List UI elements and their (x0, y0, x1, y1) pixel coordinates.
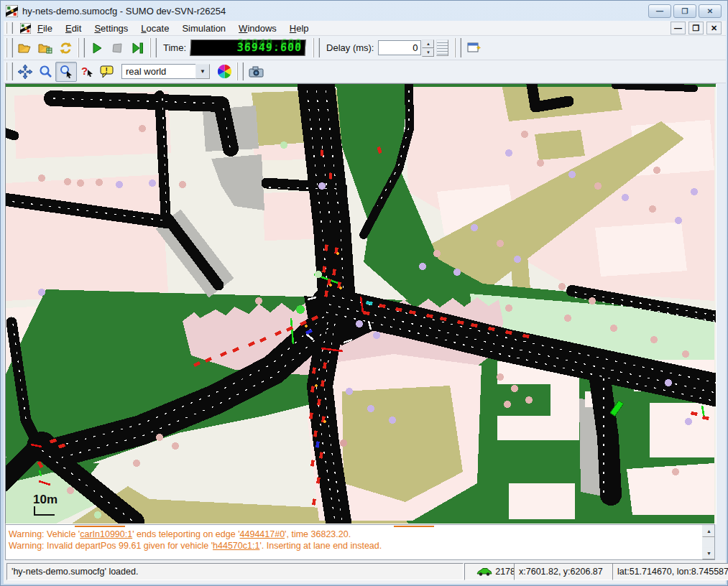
reload-icon (59, 42, 73, 55)
delay-increase-button[interactable]: ▲ (422, 39, 434, 48)
menu-file[interactable]: File (31, 22, 59, 34)
zoom-button[interactable] (35, 62, 55, 81)
restore-button[interactable]: ❐ (673, 4, 696, 18)
poi-dot (318, 182, 326, 190)
scrollbar-thumb[interactable] (702, 538, 715, 548)
object-link[interactable]: h44570c1:1 (213, 541, 259, 551)
message-window-button[interactable]: ! (97, 62, 117, 81)
title-bar[interactable]: hy-nets-demo.sumocfg - SUMO dev-SVN-r262… (1, 1, 727, 21)
window-title: hy-nets-demo.sumocfg - SUMO dev-SVN-r262… (22, 6, 226, 17)
poi-dot (96, 179, 103, 186)
simulation-map[interactable]: 10m (5, 83, 717, 524)
stop-icon (111, 42, 123, 54)
new-view-button[interactable]: ✦ (464, 39, 484, 57)
app-window: hy-nets-demo.sumocfg - SUMO dev-SVN-r262… (0, 0, 728, 586)
step-icon (132, 42, 144, 54)
menu-simulation[interactable]: Simulation (175, 22, 232, 34)
vehicle[interactable] (320, 149, 323, 156)
menu-windows[interactable]: Windows (232, 22, 283, 34)
run-button[interactable] (87, 39, 107, 57)
poi-dot (64, 178, 71, 185)
mdi-minimize-button[interactable]: — (671, 22, 686, 34)
poi-dot (149, 180, 156, 187)
toolbar-grip[interactable] (6, 62, 13, 80)
poi-dot (346, 388, 353, 395)
close-button[interactable]: ✕ (699, 4, 722, 18)
menu-help[interactable]: Help (283, 22, 315, 34)
scroll-up-button[interactable]: ▲ (702, 525, 715, 537)
toolbar-grip[interactable] (78, 38, 85, 57)
cursor-xy: x:7601.82, y:6206.87 (519, 567, 603, 577)
help-cursor-icon: ? (80, 65, 94, 78)
screenshot-button[interactable] (246, 62, 266, 81)
vehicle-blinker (323, 420, 326, 422)
vehicle[interactable] (328, 172, 332, 179)
clipped-text-artifact (75, 526, 125, 527)
edit-coloring-button[interactable] (214, 62, 234, 81)
delay-dial[interactable] (436, 39, 448, 56)
cursor-xy-panel: x:7601.82, y:6206.87 (514, 563, 619, 580)
magnifier-icon (39, 65, 52, 78)
toolbar-grip[interactable] (313, 38, 320, 57)
combobox-dropdown-button[interactable]: ▼ (195, 64, 210, 79)
poi-dot (682, 350, 689, 358)
time-label: Time: (163, 42, 186, 53)
open-config-button[interactable] (15, 39, 35, 57)
poi-dot (156, 434, 163, 441)
whats-this-button[interactable]: ? (77, 62, 97, 81)
poi-dot (471, 224, 478, 231)
recenter-view-button[interactable] (15, 62, 35, 81)
poi-dot (340, 440, 347, 447)
menu-settings[interactable]: Settings (88, 22, 134, 34)
object-link[interactable]: carIn10990:1 (80, 529, 132, 539)
vehicle-count-panel[interactable]: 2178 (464, 563, 520, 580)
toolbar-grip[interactable] (6, 22, 13, 34)
reload-button[interactable] (55, 39, 75, 57)
vehicle[interactable] (322, 266, 326, 272)
poi-dot (356, 320, 363, 327)
object-link[interactable]: 4494417#0 (240, 529, 285, 539)
toolbar-grip[interactable] (454, 38, 461, 57)
vehicle-blinker (339, 287, 341, 289)
poi-dot (179, 181, 186, 188)
vehicle[interactable] (324, 244, 328, 251)
poi-dot (521, 131, 528, 138)
delay-decrease-button[interactable]: ▼ (422, 48, 434, 57)
poi-dot (389, 417, 396, 424)
vehicle-count: 2178 (495, 567, 515, 577)
poi-dot (564, 315, 571, 322)
message-scrollbar[interactable]: ▲ ▼ (702, 525, 714, 559)
poi-dot (139, 125, 146, 132)
delay-input[interactable]: 0 (378, 40, 421, 55)
menu-edit[interactable]: Edit (59, 22, 88, 34)
poi-dot (537, 159, 544, 167)
mdi-restore-button[interactable]: ❐ (688, 22, 704, 34)
poi-dot (568, 171, 576, 178)
minimize-button[interactable]: — (648, 4, 671, 18)
app-icon (6, 5, 18, 17)
stop-button[interactable] (107, 39, 127, 57)
poi-dot (685, 418, 692, 425)
poi-dot (650, 336, 658, 343)
coloring-scheme-value[interactable]: real world (121, 64, 195, 79)
poi-dot (315, 271, 322, 278)
poi-dot (116, 181, 123, 188)
vehicle[interactable] (324, 290, 328, 297)
mdi-close-button[interactable]: ✕ (706, 22, 722, 34)
zoom-to-cursor-button[interactable] (55, 62, 77, 82)
poi-dot (296, 305, 305, 314)
vehicle[interactable] (332, 269, 336, 275)
svg-text:✦: ✦ (476, 44, 481, 52)
step-button[interactable] (127, 39, 147, 57)
open-network-button[interactable] (35, 39, 55, 57)
message-window[interactable]: Warning: Vehicle 'carIn10990:1' ends tel… (5, 524, 715, 560)
poi-dot (77, 180, 84, 187)
coloring-scheme-combobox[interactable]: real world ▼ (121, 64, 210, 79)
toolbar-grip[interactable] (149, 38, 157, 57)
poi-dot (622, 194, 629, 201)
scroll-down-button[interactable]: ▼ (702, 547, 715, 559)
toolbar-grip[interactable] (6, 38, 13, 57)
time-display: 36949.600 (190, 39, 305, 56)
menu-locate[interactable]: Locate (134, 22, 175, 34)
simulation-toolbar: Time: 36949.600 Delay (ms): 0 ▲ ▼ ✦ (4, 36, 726, 60)
